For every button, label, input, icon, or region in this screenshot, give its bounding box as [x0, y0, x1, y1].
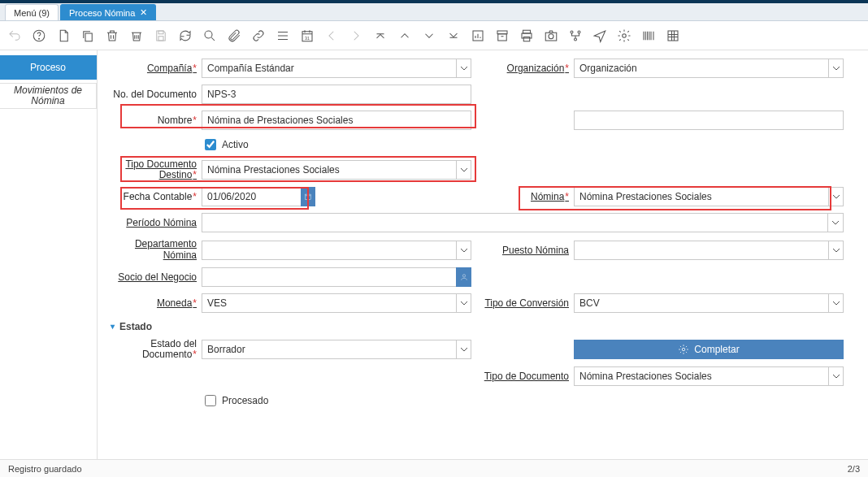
last-icon[interactable] [445, 28, 462, 44]
socio-input[interactable] [202, 267, 456, 287]
svg-rect-20 [668, 31, 678, 41]
toolbar: 31 [0, 21, 868, 50]
label-moneda: Moneda [106, 297, 197, 309]
side-tabs: Proceso Movimientos de Nómina [0, 50, 98, 459]
compania-input[interactable] [202, 59, 456, 78]
down-icon[interactable] [421, 28, 437, 44]
activo-checkbox[interactable] [205, 139, 216, 150]
print-icon[interactable] [519, 28, 535, 44]
camera-icon[interactable] [543, 28, 559, 44]
close-icon[interactable]: ✕ [140, 7, 147, 18]
next-icon [348, 28, 364, 44]
socio-lookup[interactable] [456, 267, 471, 287]
label-activo: Activo [222, 139, 249, 150]
moneda-dropdown[interactable] [456, 293, 471, 313]
up-icon[interactable] [397, 28, 413, 44]
label-tipo-conv: Tipo de Conversión [478, 297, 569, 309]
fecha-contable-input[interactable] [202, 187, 301, 206]
completar-button[interactable]: Completar [574, 340, 844, 359]
barcode-icon[interactable] [640, 28, 657, 44]
organizacion-dropdown[interactable] [828, 59, 844, 78]
tipo-doc-dest-dropdown[interactable] [456, 160, 471, 180]
list-icon[interactable] [275, 28, 291, 44]
label-nomina: Nómina [478, 191, 569, 202]
svg-point-1 [39, 38, 40, 39]
svg-rect-21 [306, 194, 311, 200]
puesto-dropdown[interactable] [828, 241, 844, 260]
tipo-doc-dest-input[interactable] [202, 160, 456, 180]
attach-icon[interactable] [226, 28, 242, 44]
search-icon[interactable] [202, 28, 218, 44]
label-compania: Compañía [106, 63, 197, 74]
status-bar: Registro guardado 2/3 [0, 459, 868, 477]
delete-icon[interactable] [104, 28, 120, 44]
label-organizacion: Organización [478, 63, 569, 74]
svg-rect-3 [158, 31, 163, 34]
svg-rect-9 [497, 31, 507, 34]
svg-point-19 [623, 33, 627, 37]
refresh-icon[interactable] [177, 28, 193, 44]
tipo-doc-input[interactable] [574, 366, 828, 386]
procesado-checkbox[interactable] [205, 395, 216, 406]
label-estado-doc: Estado del Documento [106, 339, 197, 360]
help-icon[interactable] [31, 28, 47, 44]
nombre-extra-input[interactable] [574, 111, 844, 130]
label-fecha-contable: Fecha Contable [106, 191, 197, 202]
side-tab-proceso[interactable]: Proceso [0, 55, 97, 80]
save-icon [153, 28, 169, 44]
send-icon[interactable] [592, 28, 608, 44]
label-tipo-doc: Tipo de Documento [478, 371, 569, 382]
calendar-icon[interactable]: 31 [299, 28, 315, 44]
departamento-input[interactable] [202, 241, 456, 260]
workflow-icon[interactable] [567, 28, 584, 44]
nombre-input[interactable] [202, 111, 471, 130]
copy-icon[interactable] [80, 28, 96, 44]
delete-all-icon[interactable] [128, 28, 145, 44]
side-tab-movimientos[interactable]: Movimientos de Nómina [0, 83, 97, 109]
form: Compañía Organización No. del Documento [98, 50, 868, 459]
tipo-conv-input[interactable] [574, 293, 828, 313]
svg-rect-13 [523, 37, 530, 41]
first-icon[interactable] [372, 28, 388, 44]
label-procesado: Procesado [222, 395, 268, 406]
label-nombre: Nombre [106, 115, 197, 126]
label-periodo: Período Nómina [106, 217, 197, 228]
prev-icon [323, 28, 340, 44]
svg-point-23 [683, 348, 686, 351]
label-departamento: Departamento Nómina [106, 239, 197, 260]
moneda-input[interactable] [202, 293, 456, 313]
nomina-dropdown[interactable] [828, 187, 844, 206]
svg-point-5 [205, 31, 212, 38]
gear-icon[interactable] [616, 28, 632, 44]
archive-icon[interactable] [494, 28, 510, 44]
compania-dropdown[interactable] [456, 59, 471, 78]
tab-bar: Menú (9) Proceso Nómina ✕ [0, 3, 868, 21]
fecha-contable-picker[interactable] [301, 187, 315, 206]
no-doc-input[interactable] [202, 85, 471, 104]
tipo-conv-dropdown[interactable] [828, 293, 844, 313]
estado-doc-dropdown[interactable] [456, 340, 471, 359]
tab-menu[interactable]: Menú (9) [5, 4, 59, 20]
svg-point-16 [571, 31, 573, 33]
collapse-icon: ▾ [111, 322, 115, 331]
nomina-input[interactable] [574, 187, 828, 206]
link-icon[interactable] [250, 28, 267, 44]
new-icon[interactable] [55, 28, 72, 44]
svg-point-15 [549, 33, 553, 38]
report-icon[interactable] [470, 28, 486, 44]
estado-doc-input[interactable] [202, 340, 456, 359]
puesto-input[interactable] [574, 241, 828, 260]
svg-rect-10 [498, 33, 507, 40]
svg-text:31: 31 [305, 35, 310, 40]
grid-icon[interactable] [665, 28, 681, 44]
departamento-dropdown[interactable] [456, 241, 471, 260]
label-puesto: Puesto Nómina [478, 245, 569, 256]
tab-proceso-nomina[interactable]: Proceso Nómina ✕ [60, 4, 156, 20]
periodo-dropdown[interactable] [827, 213, 844, 232]
section-estado[interactable]: ▾ Estado [111, 321, 844, 332]
periodo-input[interactable] [202, 213, 827, 232]
undo-icon [7, 28, 23, 44]
organizacion-input[interactable] [574, 59, 828, 78]
svg-rect-4 [158, 36, 163, 40]
tipo-doc-dropdown[interactable] [828, 366, 844, 386]
